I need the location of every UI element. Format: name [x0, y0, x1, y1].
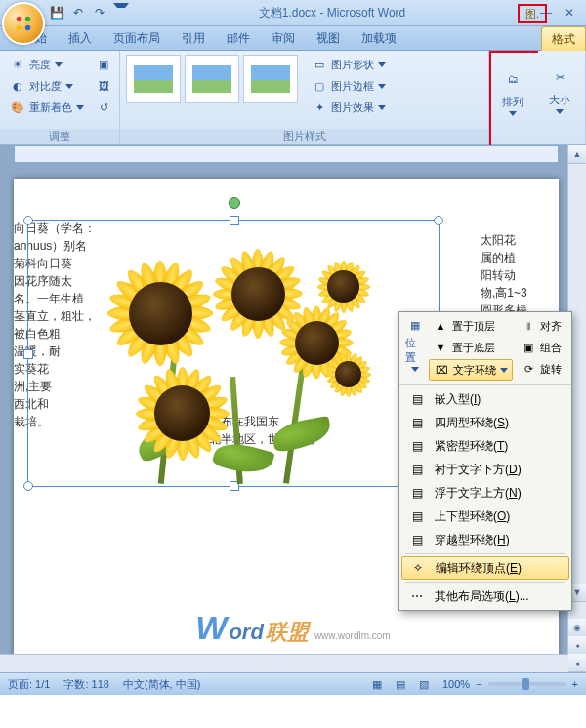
picture-effects-button[interactable]: ✦图片效果	[308, 98, 390, 117]
sunflower-image[interactable]	[67, 230, 380, 474]
tab-references[interactable]: 引用	[172, 26, 215, 50]
zoom-in-button[interactable]: +	[572, 678, 578, 690]
status-page[interactable]: 页面: 1/1	[8, 677, 50, 692]
office-icon	[13, 13, 34, 34]
resize-handle-ml[interactable]	[23, 349, 33, 359]
scroll-up-button[interactable]: ▲	[568, 145, 586, 164]
style-preset-2[interactable]	[185, 55, 239, 103]
arrange-button[interactable]: 🗂 排列	[491, 53, 534, 129]
contextual-tab-header: 图.	[518, 4, 547, 23]
wrap-through-icon: ▤	[407, 530, 427, 549]
view-reading-icon[interactable]: ▤	[396, 678, 405, 691]
styles-gallery[interactable]	[126, 55, 298, 103]
resize-handle-bl[interactable]	[23, 481, 33, 491]
recolor-button[interactable]: 🎨重新着色	[6, 98, 88, 117]
wrap-behind-icon: ▤	[407, 460, 427, 479]
undo-icon[interactable]: ↶	[70, 5, 86, 20]
group-button[interactable]: ▣组合	[517, 338, 565, 357]
text-wrap-button[interactable]: ⌧文字环绕	[429, 359, 513, 381]
zoom-out-button[interactable]: −	[476, 678, 481, 690]
wrap-square[interactable]: ▤四周型环绕(S)	[401, 411, 569, 434]
recolor-label: 重新着色	[29, 101, 72, 115]
tab-addins[interactable]: 加载项	[352, 26, 406, 50]
redo-icon[interactable]: ↷	[92, 5, 107, 20]
group-adjust-label: 调整	[0, 129, 119, 144]
svg-point-0	[17, 17, 22, 22]
wrap-through-label: 穿越型环绕	[435, 533, 493, 546]
contrast-label: 对比度	[29, 79, 62, 94]
tab-mail[interactable]: 邮件	[217, 26, 260, 50]
align-icon: ⫴	[521, 318, 536, 334]
next-page-button[interactable]: ⬥	[568, 654, 586, 672]
zoom-slider[interactable]	[488, 682, 566, 686]
quick-access-toolbar: 💾 ↶ ↷	[49, 0, 129, 25]
zoom-level[interactable]: 100%	[442, 678, 470, 690]
bring-front-button[interactable]: ▲置于顶层	[429, 316, 513, 336]
rotate-handle[interactable]	[229, 197, 240, 209]
tab-layout[interactable]: 页面布局	[104, 26, 170, 50]
wrap-icon: ⌧	[434, 362, 449, 378]
brightness-button[interactable]: ☀亮度	[6, 55, 88, 74]
wrap-tight[interactable]: ▤紧密型环绕(T)	[401, 434, 569, 458]
arrange-label: 排列	[502, 95, 523, 109]
title-bar: 💾 ↶ ↷ 文档1.docx - Microsoft Word 图. — ✕	[0, 0, 586, 26]
resize-handle-tr[interactable]	[434, 216, 443, 225]
wrap-more-label: 其他布局选项	[435, 589, 505, 603]
change-picture-icon: 🖼	[96, 78, 111, 94]
size-button[interactable]: ✂ 大小	[538, 51, 581, 127]
tab-review[interactable]: 审阅	[262, 26, 305, 50]
wrap-topbottom-label: 上下型环绕	[435, 509, 493, 523]
office-button[interactable]	[2, 2, 45, 45]
rotate-label: 旋转	[540, 362, 562, 377]
wrap-front-icon: ▤	[407, 483, 427, 503]
status-language[interactable]: 中文(简体, 中国)	[123, 677, 200, 692]
view-print-layout-icon[interactable]: ▦	[372, 678, 382, 691]
wrap-inline[interactable]: ▤嵌入型(I)	[401, 387, 569, 411]
zoom-thumb[interactable]	[522, 678, 529, 690]
picture-selection-frame[interactable]	[27, 220, 440, 487]
rotate-button[interactable]: ⟳旋转	[517, 359, 565, 379]
change-picture-button[interactable]: 🖼	[92, 76, 115, 96]
arrange-dropdown-header: ▦ 位置 ▲置于顶层 ▼置于底层 ⌧文字环绕 ⫴对齐 ▣组合 ⟳旋转	[399, 312, 571, 385]
style-preset-1[interactable]	[126, 55, 181, 103]
wrap-topbottom[interactable]: ▤上下型环绕(O)	[401, 505, 569, 528]
wrap-more-options[interactable]: ⋯其他布局选项(L)...	[401, 585, 569, 608]
tab-insert[interactable]: 插入	[59, 26, 102, 50]
reset-picture-button[interactable]: ↺	[92, 98, 115, 117]
browse-object-button[interactable]: ⬥	[568, 636, 586, 655]
wrap-behind[interactable]: ▤衬于文字下方(D)	[401, 458, 569, 481]
resize-handle-tc[interactable]	[230, 216, 239, 225]
close-button[interactable]: ✕	[559, 4, 580, 21]
save-icon[interactable]: 💾	[49, 5, 64, 20]
svg-point-2	[17, 25, 22, 31]
style-preset-3[interactable]	[243, 55, 298, 103]
view-web-icon[interactable]: ▧	[419, 678, 429, 691]
picture-border-button[interactable]: ▢图片边框	[308, 76, 390, 96]
reset-icon: ↺	[96, 100, 111, 115]
wrap-through[interactable]: ▤穿越型环绕(H)	[401, 528, 569, 551]
prev-page-button[interactable]: ◉	[568, 619, 586, 637]
compress-button[interactable]: ▣	[92, 55, 115, 74]
ribbon: ☀亮度 ◐对比度 🎨重新着色 ▣ 🖼 ↺ 调整 ▭图片形状 ▢图片边框 ✦图片效	[0, 51, 586, 145]
position-button[interactable]: ▦ 位置	[405, 316, 425, 373]
document-area: 向日葵（学名： annuus）别名 菊科向日葵 因花序随太 名。一年生植 茎直立…	[0, 145, 586, 672]
align-button[interactable]: ⫴对齐	[517, 316, 565, 336]
window-title: 文档1.docx - Microsoft Word	[129, 5, 535, 21]
horizontal-scrollbar[interactable]	[0, 654, 568, 672]
wrap-edit-points[interactable]: ✧编辑环绕顶点(E)	[401, 556, 569, 580]
effects-icon: ✦	[312, 100, 327, 115]
watermark-cn: 联盟	[266, 618, 309, 647]
tab-view[interactable]: 视图	[307, 26, 350, 50]
watermark: Word联盟www.wordlm.com	[195, 609, 390, 647]
contrast-button[interactable]: ◐对比度	[6, 76, 88, 96]
qat-dropdown-icon[interactable]	[113, 5, 129, 20]
resize-handle-tl[interactable]	[23, 216, 33, 225]
wrap-front[interactable]: ▤浮于文字上方(N)	[401, 481, 569, 505]
tab-format[interactable]: 格式	[541, 26, 586, 51]
send-back-button[interactable]: ▼置于底层	[429, 338, 513, 357]
status-words[interactable]: 字数: 118	[63, 677, 108, 692]
picture-shape-button[interactable]: ▭图片形状	[308, 55, 390, 74]
wrap-tight-label: 紧密型环绕	[435, 439, 493, 453]
horizontal-ruler[interactable]	[14, 145, 559, 163]
contrast-icon: ◐	[10, 78, 25, 94]
